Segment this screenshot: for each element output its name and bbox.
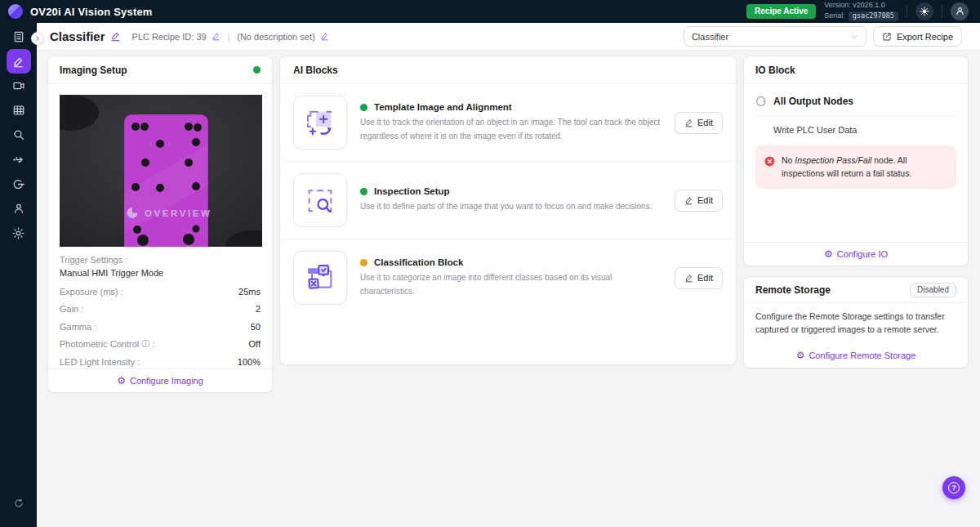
ai-block-row-classification: Classification Block Use it to categoriz… <box>280 239 736 316</box>
imaging-setup-card: Imaging Setup <box>47 56 273 393</box>
setting-value: Off <box>249 339 261 349</box>
recipe-header-bar: Classifier PLC Recipe ID: 39 | (No descr… <box>37 23 980 51</box>
remote-storage-status-badge: Disabled <box>910 283 956 297</box>
edit-description-icon[interactable] <box>320 32 329 41</box>
block-status-dot <box>360 259 368 266</box>
error-icon <box>764 156 775 167</box>
setting-row: Exposure (ms) : 25ms <box>60 283 261 301</box>
setting-value: Manual HMI Trigger Mode <box>60 266 261 279</box>
chevron-down-icon <box>850 33 858 41</box>
serial-value: gsac297085 <box>849 11 898 20</box>
output-node-item[interactable]: Write PLC User Data <box>773 125 956 135</box>
sidebar-item-inspect[interactable] <box>0 123 37 147</box>
gear-icon <box>7 221 31 245</box>
alert-text: No Inspection Pass/Fail node. All inspec… <box>782 154 947 181</box>
edit-title-icon[interactable] <box>110 31 121 42</box>
camera-icon <box>7 74 31 98</box>
setting-value: 50 <box>251 322 261 332</box>
sidebar-expand-button[interactable] <box>31 32 44 45</box>
gear-icon: ⚙ <box>117 376 126 386</box>
app-title: OV20i AI Vision System <box>30 6 153 18</box>
ai-block-row-inspection-setup: Inspection Setup Use it to define parts … <box>280 161 736 239</box>
edit-recipe-id-icon[interactable] <box>212 32 220 41</box>
page-title: Classifier <box>50 29 105 43</box>
classification-block-icon <box>293 251 347 305</box>
edit-inspection-setup-button[interactable]: Edit <box>675 190 723 212</box>
export-recipe-button[interactable]: Export Recipe <box>873 26 962 47</box>
configure-remote-storage-link[interactable]: ⚙ Configure Remote Storage <box>744 342 968 368</box>
inspection-fail-alert: No Inspection Pass/Fail node. All inspec… <box>755 145 956 189</box>
info-icon[interactable]: ⓘ <box>141 338 149 350</box>
remote-storage-description: Configure the Remote Storage settings to… <box>744 303 968 337</box>
setting-label: Exposure (ms) : <box>60 287 123 297</box>
setting-label: Gamma : <box>60 322 96 332</box>
block-name: Template Image and Alignment <box>374 102 512 112</box>
sidebar-item-camera[interactable] <box>0 74 37 98</box>
search-icon <box>7 123 31 147</box>
pencil-icon <box>7 49 31 74</box>
user-icon <box>7 196 31 221</box>
recipes-icon <box>7 25 31 49</box>
edit-classification-button[interactable]: Edit <box>675 267 723 289</box>
recipe-active-badge: Recipe Active <box>746 4 816 19</box>
sync-icon <box>7 491 31 516</box>
recipe-select[interactable]: Classifier <box>684 26 866 47</box>
setting-row: Photometric Control ⓘ : Off <box>60 336 261 354</box>
block-description: Use it to define parts of the image that… <box>360 200 666 214</box>
pencil-icon <box>684 274 693 283</box>
setting-label: Photometric Control <box>60 339 139 349</box>
io-block-card: IO Block All Output Nodes Write PLC User… <box>743 56 969 266</box>
template-alignment-icon <box>293 96 347 150</box>
sidebar-item-io[interactable] <box>0 172 37 196</box>
setting-value: 2 <box>256 304 261 314</box>
setting-value: 25ms <box>238 287 261 297</box>
block-status-dot <box>360 188 368 195</box>
ai-block-row-template-alignment: Template Image and Alignment Use it to t… <box>280 84 736 161</box>
sidebar-item-recipe-editor[interactable] <box>0 49 37 74</box>
ai-blocks-title: AI Blocks <box>293 65 338 76</box>
sidebar-item-flow[interactable] <box>0 147 37 172</box>
help-button[interactable]: ? <box>942 476 965 499</box>
imaging-setup-title: Imaging Setup <box>60 65 127 76</box>
configure-io-link[interactable]: ⚙ Configure IO <box>744 242 968 266</box>
plc-recipe-id: PLC Recipe ID: 39 <box>132 32 220 42</box>
pencil-icon <box>684 196 693 205</box>
chevron-right-icon <box>34 35 41 42</box>
setting-label: LED Light Intensity : <box>60 357 140 367</box>
output-node-icon <box>755 96 767 107</box>
io-port-icon <box>7 172 31 196</box>
question-mark-icon: ? <box>948 482 960 494</box>
setting-label: Trigger Settings : <box>60 254 261 266</box>
imaging-settings-list: Trigger Settings : Manual HMI Trigger Mo… <box>48 254 272 371</box>
block-description: Use it to track the orientation of an ob… <box>360 116 666 143</box>
block-description: Use it to categorize an image into diffe… <box>360 271 666 298</box>
block-status-dot <box>360 104 368 111</box>
all-output-nodes-group[interactable]: All Output Nodes <box>755 96 956 116</box>
setting-label: Gain : <box>60 304 83 314</box>
recipe-description: (No description set) <box>237 32 328 42</box>
user-avatar-button[interactable] <box>951 2 969 20</box>
sidebar-item-users[interactable] <box>0 196 37 221</box>
theme-toggle-button[interactable] <box>915 2 933 20</box>
top-bar: OV20i AI Vision System Recipe Active Ver… <box>0 0 980 23</box>
overview-logo <box>8 4 23 19</box>
divider <box>906 5 907 18</box>
sidebar-sync-button[interactable] <box>0 491 37 516</box>
block-name: Classification Block <box>374 257 463 267</box>
edit-template-alignment-button[interactable]: Edit <box>675 112 723 134</box>
version-label: Version: v2026.1.0 <box>824 2 898 10</box>
photo-watermark: OVERVIEW <box>145 208 212 218</box>
configure-imaging-link[interactable]: ⚙ Configure Imaging <box>48 368 272 392</box>
ai-blocks-card: AI Blocks Template Image and Alignment <box>279 56 737 365</box>
block-name: Inspection Setup <box>374 186 450 196</box>
imaging-status-dot <box>253 66 261 74</box>
meta-divider: | <box>228 32 230 41</box>
left-sidebar <box>0 23 37 527</box>
sidebar-item-data-table[interactable] <box>0 98 37 123</box>
inspection-setup-icon <box>293 173 347 227</box>
sidebar-item-settings[interactable] <box>0 221 37 245</box>
user-icon <box>955 6 965 16</box>
serial-label: Serial: <box>824 12 845 20</box>
group-title: All Output Nodes <box>773 96 853 107</box>
table-icon <box>7 98 31 123</box>
